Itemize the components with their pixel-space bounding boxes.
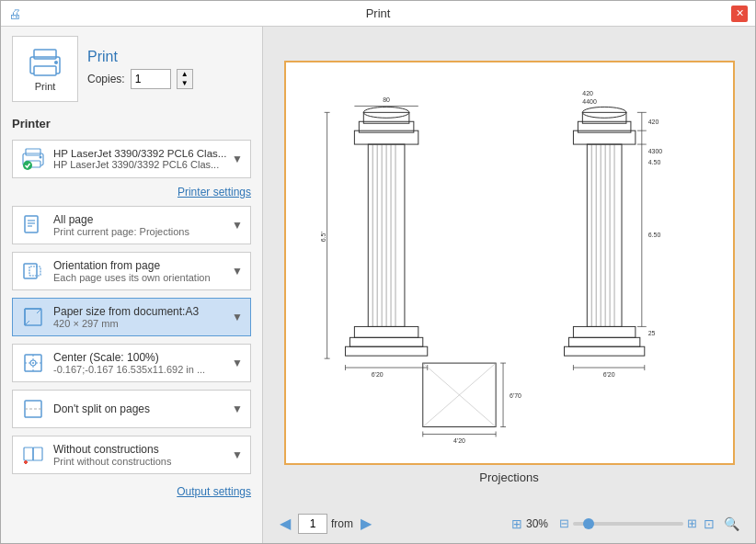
from-label: from <box>331 517 353 530</box>
copies-row: Copies: ▲ ▼ <box>87 69 193 89</box>
printer-selector-icon <box>20 146 46 172</box>
no-constructions-chevron-icon: ▼ <box>232 448 243 461</box>
option-no-constructions-main: Without constructions <box>53 443 171 456</box>
zoom-fit-width-icon[interactable]: ⊞ <box>511 516 522 531</box>
option-center-scale-main: Center (Scale: 100%) <box>53 351 205 364</box>
copies-up-button[interactable]: ▲ <box>178 70 192 79</box>
print-icon-box: Print <box>12 36 78 102</box>
print-title: Print <box>87 49 193 65</box>
title-bar: 🖨 Print ✕ <box>1 1 755 27</box>
svg-text:25: 25 <box>647 330 655 336</box>
svg-point-3 <box>54 61 58 64</box>
close-button[interactable]: ✕ <box>731 6 748 22</box>
svg-rect-25 <box>33 448 42 460</box>
option-orientation-left: Orientation from page Each page uses its… <box>20 258 211 284</box>
option-no-split[interactable]: Don't split on pages ▼ <box>12 390 251 428</box>
svg-text:6.5': 6.5' <box>319 232 326 242</box>
option-no-constructions-text: Without constructions Print without cons… <box>53 443 171 467</box>
svg-rect-9 <box>25 216 38 232</box>
printer-texts: HP LaserJet 3390/3392 PCL6 Clas... HP La… <box>53 148 226 170</box>
option-no-constructions-sub: Print without constructions <box>53 456 171 467</box>
svg-rect-65 <box>568 337 639 346</box>
printer-section-title: Printer <box>12 117 251 130</box>
zoom-out-icon: ⊟ <box>559 516 569 530</box>
svg-text:6'20: 6'20 <box>371 371 383 378</box>
option-paper-size-main: Paper size from document:A3 <box>53 305 199 318</box>
output-settings-wrapper: Output settings <box>12 485 251 498</box>
svg-text:6.50: 6.50 <box>647 232 660 238</box>
svg-rect-41 <box>349 337 422 346</box>
all-page-chevron-icon: ▼ <box>232 219 243 232</box>
option-all-page-sub: Print current page: Projections <box>53 226 189 237</box>
svg-rect-40 <box>354 326 418 337</box>
preview-area: 6.5' 6'20 80 <box>272 36 746 509</box>
option-paper-size-left: Paper size from document:A3 420 × 297 mm <box>20 304 199 330</box>
svg-rect-53 <box>587 144 622 326</box>
left-panel: Print Print Copies: ▲ ▼ Printer <box>1 27 263 543</box>
svg-text:80: 80 <box>383 96 390 103</box>
option-orientation-text: Orientation from page Each page uses its… <box>53 259 211 283</box>
zoom-slider[interactable] <box>573 522 683 526</box>
printer-settings-link[interactable]: Printer settings <box>178 186 251 198</box>
option-center-scale-left: Center (Scale: 100%) -0.167;-0.167 16.53… <box>20 350 205 376</box>
prev-page-button[interactable]: ◀ <box>276 513 294 534</box>
option-paper-size-text: Paper size from document:A3 420 × 297 mm <box>53 305 199 329</box>
option-all-page-left: All page Print current page: Projections <box>20 212 189 238</box>
all-page-icon <box>20 212 46 238</box>
printer-status: HP LaserJet 3390/3392 PCL6 Clas... <box>53 159 226 170</box>
option-no-constructions[interactable]: Without constructions Print without cons… <box>12 436 251 474</box>
window-title: Print <box>366 6 391 20</box>
svg-text:4300: 4300 <box>647 148 662 154</box>
option-center-scale[interactable]: Center (Scale: 100%) -0.167;-0.167 16.53… <box>12 344 251 382</box>
print-header: Print Print Copies: ▲ ▼ <box>12 36 251 102</box>
option-paper-size-sub: 420 × 297 mm <box>53 318 199 329</box>
next-page-button[interactable]: ▶ <box>357 513 375 534</box>
svg-text:6'70: 6'70 <box>510 392 521 399</box>
zoom-percent-label: 30% <box>526 517 556 530</box>
option-all-page[interactable]: All page Print current page: Projections… <box>12 206 251 244</box>
svg-rect-2 <box>34 66 56 75</box>
main-window: 🖨 Print ✕ Print Print <box>0 0 756 544</box>
zoom-section: ⊞ 30% ⊟ ⊞ ⊡ 🔍 <box>511 516 742 532</box>
printer-selector[interactable]: HP LaserJet 3390/3392 PCL6 Clas... HP La… <box>12 140 251 178</box>
copies-input[interactable] <box>131 69 171 89</box>
option-no-split-left: Don't split on pages <box>20 396 150 422</box>
preview-label: Projections <box>479 470 538 484</box>
right-panel: 6.5' 6'20 80 <box>263 27 755 543</box>
fit-buttons: ⊡ 🔍 <box>701 516 742 532</box>
preview-svg: 6.5' 6'20 80 <box>286 61 733 465</box>
printer-name: HP LaserJet 3390/3392 PCL6 Clas... <box>53 148 226 159</box>
option-paper-size[interactable]: Paper size from document:A3 420 × 297 mm… <box>12 298 251 336</box>
svg-point-7 <box>40 156 42 159</box>
fit-width-button[interactable]: 🔍 <box>721 516 742 532</box>
svg-point-8 <box>23 161 32 170</box>
no-constructions-icon <box>20 442 46 468</box>
svg-text:4'20: 4'20 <box>452 437 464 444</box>
output-settings-link[interactable]: Output settings <box>177 485 251 498</box>
fit-page-button[interactable]: ⊡ <box>701 516 717 532</box>
bottom-bar: ◀ from ▶ ⊞ 30% ⊟ ⊞ ⊡ 🔍 <box>272 509 746 534</box>
printer-info: HP LaserJet 3390/3392 PCL6 Clas... HP La… <box>20 146 232 172</box>
svg-rect-14 <box>29 266 40 276</box>
center-scale-icon <box>20 350 46 376</box>
option-center-scale-text: Center (Scale: 100%) -0.167;-0.167 16.53… <box>53 351 205 375</box>
svg-text:420: 420 <box>647 119 659 125</box>
page-number-input[interactable] <box>298 514 327 534</box>
svg-rect-64 <box>573 326 635 337</box>
printer-settings-wrapper: Printer settings <box>12 186 251 198</box>
no-split-chevron-icon: ▼ <box>232 402 243 415</box>
orientation-chevron-icon: ▼ <box>232 265 243 278</box>
option-no-constructions-left: Without constructions Print without cons… <box>20 442 171 468</box>
option-no-split-main: Don't split on pages <box>53 402 150 415</box>
option-no-split-text: Don't split on pages <box>53 402 150 415</box>
page-nav-section: ◀ from ▶ <box>276 513 375 534</box>
no-split-icon <box>20 396 46 422</box>
option-orientation[interactable]: Orientation from page Each page uses its… <box>12 252 251 290</box>
print-titlebar-icon: 🖨 <box>8 6 21 21</box>
copies-label: Copies: <box>87 73 125 85</box>
center-scale-chevron-icon: ▼ <box>232 357 243 369</box>
print-icon-label: Print <box>35 81 56 92</box>
copies-down-button[interactable]: ▼ <box>178 79 192 88</box>
option-orientation-sub: Each page uses its own orientation <box>53 272 211 283</box>
svg-rect-5 <box>26 149 40 155</box>
